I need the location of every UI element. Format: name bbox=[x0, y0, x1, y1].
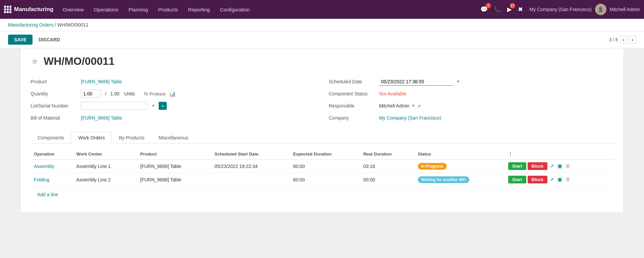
component-status-label: Component Status bbox=[329, 91, 376, 96]
col-expected-duration: Expected Duration bbox=[290, 149, 360, 160]
qty-max: 1.00 bbox=[110, 91, 119, 96]
row1-work-center: Assembly Line 1 bbox=[73, 160, 137, 173]
product-label: Product bbox=[31, 79, 77, 84]
company-name: My Company (San Francisco) bbox=[530, 7, 592, 12]
top-navigation: Manufacturing Overview Operations Planni… bbox=[0, 0, 644, 19]
activities-badge: 27 bbox=[510, 3, 515, 8]
tabs: Components Work Orders By-Products Misce… bbox=[31, 132, 613, 143]
scheduled-date-input[interactable] bbox=[379, 78, 453, 86]
breadcrumb-separator: / bbox=[55, 22, 57, 28]
favorite-star-icon[interactable]: ★ bbox=[31, 56, 39, 67]
chat-icon-button[interactable]: 💬 7 bbox=[479, 4, 489, 14]
scheduled-date-dropdown-icon[interactable]: ▼ bbox=[456, 79, 460, 84]
app-logo[interactable]: Manufacturing bbox=[4, 6, 53, 13]
grid-icon bbox=[4, 6, 11, 13]
activities-icon-button[interactable]: ▶ 27 bbox=[506, 4, 513, 14]
pagination-next[interactable]: › bbox=[629, 36, 636, 44]
pagination-prev[interactable]: ‹ bbox=[620, 36, 627, 44]
tab-miscellaneous[interactable]: Miscellaneous bbox=[152, 132, 196, 143]
responsible-dropdown-icon[interactable]: ▼ bbox=[411, 103, 415, 108]
row2-delete-icon[interactable]: 🗑 bbox=[566, 176, 571, 182]
product-value[interactable]: [FURN_9666] Table bbox=[81, 79, 122, 84]
nav-item-configuration[interactable]: Configuration bbox=[216, 5, 254, 14]
col-operation: Operation bbox=[31, 149, 73, 160]
nav-item-products[interactable]: Products bbox=[154, 5, 182, 14]
component-status-value: Not Available bbox=[379, 91, 406, 96]
lot-dropdown-icon[interactable]: ▼ bbox=[151, 103, 155, 108]
nav-item-reporting[interactable]: Reporting bbox=[184, 5, 214, 14]
forecast-icon[interactable]: 📊 bbox=[169, 91, 176, 97]
col-scheduled-start: Scheduled Start Date bbox=[211, 149, 290, 160]
table-actions-menu[interactable]: ⋮ bbox=[505, 149, 613, 160]
row2-operation-link[interactable]: Folding bbox=[34, 177, 49, 182]
company-value[interactable]: My Company (San Francisco) bbox=[379, 115, 441, 121]
tab-by-products[interactable]: By-Products bbox=[112, 132, 151, 143]
bom-value[interactable]: [FURN_9666] Table bbox=[81, 115, 122, 121]
quantity-label: Quantity bbox=[31, 91, 77, 96]
lot-serial-input[interactable] bbox=[81, 102, 148, 110]
row2-ext-link-icon[interactable]: ➚ bbox=[550, 176, 554, 182]
row2-tablet-icon[interactable]: ▣ bbox=[557, 176, 562, 182]
form-fields: Product [FURN_9666] Table Quantity / 1.0… bbox=[31, 76, 613, 124]
lot-field-row: Lot/Serial Number ▼ + bbox=[31, 100, 315, 112]
discard-button[interactable]: DISCARD bbox=[36, 35, 63, 45]
product-field-row: Product [FURN_9666] Table bbox=[31, 76, 315, 88]
col-status: Status bbox=[415, 149, 505, 160]
table-row: Assembly Assembly Line 1 [FURN_9666] Tab… bbox=[31, 160, 613, 173]
row2-product: [FURN_9666] Table bbox=[137, 173, 211, 186]
qty-separator: / bbox=[105, 91, 106, 96]
pagination-display: 3 / 6 bbox=[609, 37, 618, 42]
pagination: 3 / 6 ‹ › bbox=[609, 36, 636, 44]
chat-badge: 7 bbox=[486, 3, 491, 8]
bom-field-row: Bill of Material [FURN_9666] Table bbox=[31, 112, 315, 124]
breadcrumb-parent[interactable]: Manufacturing Orders bbox=[8, 22, 53, 28]
responsible-field-row: Responsible Mitchell Admin ▼ ➚ bbox=[329, 100, 613, 112]
lot-add-button[interactable]: + bbox=[159, 102, 167, 110]
quantity-input[interactable] bbox=[81, 90, 101, 98]
company-field-row: Company My Company (San Francisco) bbox=[329, 112, 613, 124]
save-button[interactable]: SAVE bbox=[8, 35, 33, 45]
user-avatar[interactable]: 👤 bbox=[595, 4, 606, 15]
nav-item-operations[interactable]: Operations bbox=[90, 5, 122, 14]
col-real-duration: Real Duration bbox=[360, 149, 414, 160]
breadcrumb: Manufacturing Orders / WH/MO/00011 bbox=[0, 19, 644, 31]
row1-start-button[interactable]: Start bbox=[508, 162, 526, 170]
row1-tablet-icon[interactable]: ▣ bbox=[557, 163, 562, 169]
table-row: Folding Assembly Line 2 [FURN_9666] Tabl… bbox=[31, 173, 613, 186]
row2-real-duration: 00:00 bbox=[360, 173, 414, 186]
bom-label: Bill of Material bbox=[31, 115, 77, 121]
add-line-link[interactable]: Add a line bbox=[34, 189, 61, 200]
row2-work-center: Assembly Line 2 bbox=[73, 173, 137, 186]
tab-work-orders[interactable]: Work Orders bbox=[71, 132, 112, 143]
breadcrumb-current: WH/MO/00011 bbox=[57, 22, 89, 28]
col-work-center: Work Center bbox=[73, 149, 137, 160]
title-row: ★ WH/MO/00011 bbox=[31, 55, 613, 68]
row1-delete-icon[interactable]: 🗑 bbox=[566, 163, 571, 169]
lot-serial-label: Lot/Serial Number bbox=[31, 103, 77, 109]
row2-actions: Start Block ➚ ▣ 🗑 bbox=[505, 173, 613, 186]
main-content: ★ WH/MO/00011 Product [FURN_9666] Table … bbox=[0, 48, 644, 213]
qty-unit: Units bbox=[124, 91, 135, 96]
responsible-ext-link-icon[interactable]: ➚ bbox=[417, 103, 421, 109]
company-label: Company bbox=[329, 115, 376, 121]
row2-status: Waiting for another WO bbox=[415, 173, 505, 186]
tab-components[interactable]: Components bbox=[31, 132, 71, 143]
row2-block-button[interactable]: Block bbox=[528, 176, 547, 183]
settings-icon-button[interactable]: ✖ bbox=[517, 4, 524, 14]
user-name: Mitchell Admin bbox=[610, 7, 640, 12]
row1-product: [FURN_9666] Table bbox=[137, 160, 211, 173]
row1-operation: Assembly bbox=[31, 160, 73, 173]
row1-ext-link-icon[interactable]: ➚ bbox=[550, 163, 554, 169]
row1-scheduled-start: 05/23/2022 19:22:34 bbox=[211, 160, 290, 173]
nav-item-overview[interactable]: Overview bbox=[59, 5, 88, 14]
add-line-cell: Add a line bbox=[31, 186, 613, 203]
row1-block-button[interactable]: Block bbox=[528, 162, 547, 170]
row2-start-button[interactable]: Start bbox=[508, 176, 526, 183]
row1-expected-duration: 60:00 bbox=[290, 160, 360, 173]
phone-icon-button[interactable]: 📞 bbox=[492, 4, 502, 14]
form-card: ★ WH/MO/00011 Product [FURN_9666] Table … bbox=[20, 48, 624, 213]
row2-operation: Folding bbox=[31, 173, 73, 186]
nav-item-planning[interactable]: Planning bbox=[124, 5, 152, 14]
to-produce-label: To Produce bbox=[144, 91, 166, 96]
row1-operation-link[interactable]: Assembly bbox=[34, 164, 54, 169]
